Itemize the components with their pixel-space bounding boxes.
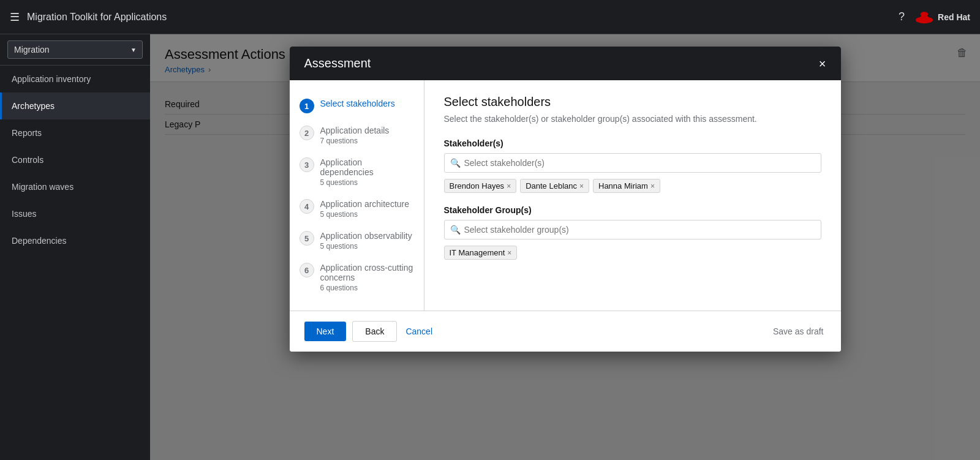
step-2-title: Application details <box>320 126 390 135</box>
step-6[interactable]: 6 Application cross-cutting concerns 6 q… <box>290 257 424 298</box>
top-nav-right: ? Red Hat <box>899 10 970 24</box>
stakeholder-tag-brendon: Brendon Hayes × <box>444 179 517 193</box>
panel-title: Select stakeholders <box>444 95 821 109</box>
step-5[interactable]: 5 Application observability 5 questions <box>290 225 424 257</box>
step-1-title: Select stakeholders <box>320 99 395 108</box>
stakeholder-tag-label: Brendon Hayes <box>450 181 505 190</box>
sidebar-item-label: Migration waves <box>12 182 74 192</box>
step-2-number: 2 <box>300 126 314 140</box>
sidebar: Migration Administration ▼ Application i… <box>0 34 150 460</box>
stakeholder-tag-label: Hanna Miriam <box>598 181 648 190</box>
step-5-content: Application observability 5 questions <box>320 231 412 251</box>
sidebar-item-label: Application inventory <box>12 74 91 84</box>
groups-label: Stakeholder Group(s) <box>444 205 821 215</box>
groups-search-wrapper: 🔍 <box>444 220 821 239</box>
modal-title: Assessment <box>304 56 371 70</box>
groups-search-input[interactable] <box>444 220 821 239</box>
group-tag-label: IT Management <box>450 248 505 257</box>
top-nav: ☰ Migration Toolkit for Applications ? R… <box>0 0 980 34</box>
step-5-title: Application observability <box>320 231 412 241</box>
hamburger-icon[interactable]: ☰ <box>10 10 20 24</box>
search-icon: 🔍 <box>450 225 461 235</box>
modal-body: 1 Select stakeholders 2 Application deta… <box>290 80 841 311</box>
sidebar-item-label: Issues <box>12 209 36 219</box>
sidebar-item-dependencies[interactable]: Dependencies <box>0 227 150 254</box>
sidebar-item-label: Controls <box>12 155 43 165</box>
app-title: Migration Toolkit for Applications <box>27 12 891 23</box>
sidebar-dropdown[interactable]: Migration Administration <box>7 40 143 59</box>
step-6-number: 6 <box>300 263 314 277</box>
redhat-logo-svg <box>914 10 934 24</box>
cancel-button[interactable]: Cancel <box>403 322 435 341</box>
step-4-content: Application architecture 5 questions <box>320 199 410 219</box>
step-4-title: Application architecture <box>320 199 410 209</box>
redhat-logo: Red Hat <box>914 10 970 24</box>
stakeholders-search-input[interactable] <box>444 153 821 173</box>
next-button[interactable]: Next <box>304 322 347 341</box>
modal-footer: Next Back Cancel Save as draft <box>290 311 841 352</box>
svg-point-1 <box>921 12 929 17</box>
main-panel: Select stakeholders Select the stakehold… <box>424 80 841 311</box>
step-3-title: Application dependencies <box>320 157 414 177</box>
stakeholder-tag-label: Dante Leblanc <box>526 181 577 190</box>
redhat-label: Red Hat <box>938 12 970 22</box>
modal-overlay: Assessment × 1 Select stakeholders <box>150 34 980 460</box>
step-5-subtitle: 5 questions <box>320 242 412 251</box>
step-6-subtitle: 6 questions <box>320 284 414 292</box>
step-3-subtitle: 5 questions <box>320 178 414 187</box>
step-4-number: 4 <box>300 199 314 214</box>
help-icon[interactable]: ? <box>899 10 905 23</box>
stakeholder-tag-hanna-remove[interactable]: × <box>650 183 655 190</box>
step-3-content: Application dependencies 5 questions <box>320 157 414 187</box>
step-6-title: Application cross-cutting concerns <box>320 263 414 282</box>
stakeholder-tag-brendon-remove[interactable]: × <box>507 183 511 190</box>
sidebar-item-label: Archetypes <box>12 101 55 111</box>
stakeholder-tag-hanna: Hanna Miriam × <box>593 179 660 193</box>
step-3-number: 3 <box>300 157 314 172</box>
assessment-modal: Assessment × 1 Select stakeholders <box>290 47 841 352</box>
stakeholders-search-wrapper: 🔍 <box>444 153 821 173</box>
step-6-content: Application cross-cutting concerns 6 que… <box>320 263 414 292</box>
step-4-subtitle: 5 questions <box>320 210 410 219</box>
step-4[interactable]: 4 Application architecture 5 questions <box>290 193 424 225</box>
back-button[interactable]: Back <box>352 321 397 342</box>
group-tag-it-management-remove[interactable]: × <box>507 249 511 257</box>
stakeholders-tags: Brendon Hayes × Dante Leblanc × Hanna Mi… <box>444 179 821 193</box>
sidebar-item-migration-waves[interactable]: Migration waves <box>0 173 150 200</box>
group-tag-it-management: IT Management × <box>444 246 518 260</box>
step-2-content: Application details 7 questions <box>320 126 390 145</box>
sidebar-item-controls[interactable]: Controls <box>0 146 150 173</box>
modal-close-button[interactable]: × <box>819 58 826 70</box>
stakeholder-tag-dante-remove[interactable]: × <box>579 183 584 190</box>
step-5-number: 5 <box>300 231 314 246</box>
sidebar-dropdown-wrapper: Migration Administration ▼ <box>0 34 150 66</box>
search-icon: 🔍 <box>450 158 461 168</box>
modal-header: Assessment × <box>290 47 841 80</box>
step-2[interactable]: 2 Application details 7 questions <box>290 119 424 151</box>
step-2-subtitle: 7 questions <box>320 137 390 145</box>
step-1-number: 1 <box>300 99 314 113</box>
sidebar-item-archetypes[interactable]: Archetypes <box>0 92 150 119</box>
stakeholder-tag-dante: Dante Leblanc × <box>520 179 589 193</box>
step-1-content: Select stakeholders <box>320 99 395 108</box>
main-layout: Migration Administration ▼ Application i… <box>0 34 980 460</box>
sidebar-item-label: Reports <box>12 128 42 138</box>
sidebar-item-issues[interactable]: Issues <box>0 200 150 227</box>
panel-description: Select the stakeholder(s) or stakeholder… <box>444 114 821 124</box>
sidebar-item-label: Dependencies <box>12 236 67 246</box>
save-draft-button[interactable]: Save as draft <box>771 322 826 341</box>
content-area: Assessment Actions Archetypes › Required… <box>150 34 980 460</box>
sidebar-item-reports[interactable]: Reports <box>0 119 150 146</box>
sidebar-item-application-inventory[interactable]: Application inventory <box>0 66 150 92</box>
step-3[interactable]: 3 Application dependencies 5 questions <box>290 151 424 193</box>
groups-tags: IT Management × <box>444 246 821 260</box>
stakeholders-label: Stakeholder(s) <box>444 138 821 148</box>
steps-panel: 1 Select stakeholders 2 Application deta… <box>290 80 424 311</box>
step-1[interactable]: 1 Select stakeholders <box>290 92 424 119</box>
